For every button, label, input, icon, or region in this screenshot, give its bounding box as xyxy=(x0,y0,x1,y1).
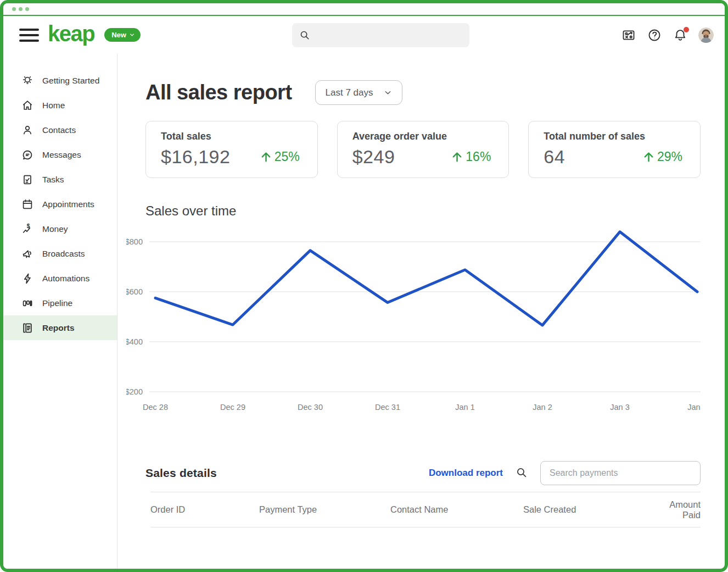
task-icon xyxy=(21,173,34,186)
pipeline-icon xyxy=(21,297,34,310)
chart-xtick-label: Jan 3 xyxy=(610,403,629,412)
sidebar-item-broadcasts[interactable]: Broadcasts xyxy=(3,241,117,266)
sales-details-title: Sales details xyxy=(145,467,217,480)
sales-over-time-chart: $200$400$600$800Dec 28Dec 29Dec 30Dec 31… xyxy=(126,227,701,419)
stat-card-value: $16,192 xyxy=(161,146,230,168)
window-control-dot[interactable] xyxy=(19,7,23,11)
help-icon[interactable] xyxy=(647,27,662,43)
chevron-down-icon xyxy=(383,88,393,97)
report-icon xyxy=(21,321,34,335)
hamburger-menu-icon[interactable] xyxy=(19,28,39,42)
chart-ytick-label: $400 xyxy=(126,337,143,346)
column-header-sale-created: Sale Created xyxy=(523,504,651,515)
chart-xtick-label: Dec 31 xyxy=(375,403,400,412)
header-actions xyxy=(621,27,714,43)
sidebar-item-label: Pipeline xyxy=(42,298,72,308)
keap-logo[interactable]: keap xyxy=(48,23,94,48)
sidebar-item-getting-started[interactable]: Getting Started xyxy=(3,68,117,93)
column-header-order-id: Order ID xyxy=(150,504,259,515)
arrow-up-icon xyxy=(259,150,273,164)
new-button[interactable]: New xyxy=(104,28,141,42)
app-header: keap New xyxy=(3,16,725,54)
chart-xtick-label: Dec 29 xyxy=(220,403,245,412)
column-header-payment-type: Payment Type xyxy=(259,504,390,515)
sales-chart-canvas: $200$400$600$800Dec 28Dec 29Dec 30Dec 31… xyxy=(126,227,701,416)
sidebar-item-home[interactable]: Home xyxy=(3,93,117,118)
lightbulb-icon xyxy=(21,74,34,87)
search-icon xyxy=(299,29,311,41)
stat-card-change: 25% xyxy=(275,149,300,164)
date-range-value: Last 7 days xyxy=(326,87,373,98)
search-payments-input[interactable] xyxy=(540,461,701,485)
chart-xtick-label: Dec 30 xyxy=(298,403,323,412)
table-search-icon[interactable] xyxy=(514,466,529,480)
page-title: All sales report xyxy=(145,81,292,104)
download-report-link[interactable]: Download report xyxy=(429,468,503,479)
notifications-icon[interactable] xyxy=(673,27,688,43)
sidebar-item-reports[interactable]: Reports xyxy=(3,315,117,340)
stat-card-label: Total sales xyxy=(161,131,304,142)
sidebar-item-automations[interactable]: Automations xyxy=(3,266,117,291)
stat-card-change: 29% xyxy=(657,149,682,164)
chart-ytick-label: $600 xyxy=(126,287,143,296)
window-titlebar xyxy=(3,3,725,16)
sales-details-table: Order ID Payment Type Contact Name Sale … xyxy=(145,492,701,527)
stat-card-total-number-of-sales: Total number of sales 64 29% xyxy=(528,121,701,178)
chevron-down-icon xyxy=(129,32,135,38)
stat-card-average-order-value: Average order value $249 16% xyxy=(337,121,509,178)
stat-card-value: 64 xyxy=(544,146,565,168)
browser-window: keap New xyxy=(0,0,728,572)
chart-line-sales xyxy=(155,232,697,325)
stat-card-total-sales: Total sales $16,192 25% xyxy=(145,121,318,178)
sidebar-item-appointments[interactable]: Appointments xyxy=(3,192,117,216)
date-range-dropdown[interactable]: Last 7 days xyxy=(315,80,402,105)
sidebar-item-label: Reports xyxy=(42,323,75,333)
stat-card-value: $249 xyxy=(352,146,395,168)
sidebar-item-contacts[interactable]: Contacts xyxy=(3,118,117,142)
sidebar-item-label: Appointments xyxy=(42,199,94,209)
home-icon xyxy=(21,99,34,112)
window-control-dot[interactable] xyxy=(12,7,16,11)
chart-xtick-label: Jan 2 xyxy=(533,403,552,412)
sidebar-item-label: Getting Started xyxy=(42,76,99,86)
lightning-icon xyxy=(21,272,34,285)
stat-card-label: Total number of sales xyxy=(544,131,687,142)
money-icon: $ xyxy=(21,223,34,236)
sidebar-item-tasks[interactable]: Tasks xyxy=(3,167,117,192)
sidebar-item-messages[interactable]: Messages xyxy=(3,142,117,167)
table-header-row: Order ID Payment Type Contact Name Sale … xyxy=(150,492,701,527)
sidebar-item-pipeline[interactable]: Pipeline xyxy=(3,291,117,315)
sidebar: Getting Started Home Contacts Messages T… xyxy=(3,54,117,569)
global-search-input[interactable] xyxy=(315,30,463,40)
chart-xtick-label: Jan 4 xyxy=(687,403,701,412)
sidebar-item-money[interactable]: $ Money xyxy=(3,216,117,241)
sidebar-item-label: Money xyxy=(42,224,68,234)
sidebar-item-label: Contacts xyxy=(42,125,76,135)
chart-xtick-label: Jan 1 xyxy=(455,403,474,412)
chat-icon xyxy=(21,148,34,162)
main-content: All sales report Last 7 days Total sales… xyxy=(117,54,725,569)
sidebar-item-label: Automations xyxy=(42,274,89,284)
new-button-label: New xyxy=(111,31,126,39)
sidebar-item-label: Home xyxy=(42,101,65,110)
stat-card-change: 16% xyxy=(466,149,491,164)
arrow-up-icon xyxy=(450,150,464,164)
column-header-amount-paid: Amount Paid xyxy=(651,499,701,520)
person-icon xyxy=(21,124,34,137)
stat-card-label: Average order value xyxy=(352,131,496,142)
global-search-bar[interactable] xyxy=(292,23,469,47)
column-header-contact-name: Contact Name xyxy=(390,504,523,515)
sidebar-item-label: Broadcasts xyxy=(42,249,85,259)
window-control-dot[interactable] xyxy=(25,7,29,11)
stat-cards: Total sales $16,192 25% Average order va… xyxy=(145,121,701,178)
megaphone-icon xyxy=(21,247,34,260)
sidebar-item-label: Tasks xyxy=(42,175,64,185)
sales-details-header: Sales details Download report xyxy=(145,461,701,485)
arrow-up-icon xyxy=(642,150,656,164)
user-avatar[interactable] xyxy=(698,27,714,43)
calendar-icon xyxy=(21,198,34,211)
playbook-icon[interactable] xyxy=(621,27,636,43)
chart-xtick-label: Dec 28 xyxy=(143,403,168,412)
chart-title: Sales over time xyxy=(145,203,701,219)
sidebar-item-label: Messages xyxy=(42,150,81,160)
